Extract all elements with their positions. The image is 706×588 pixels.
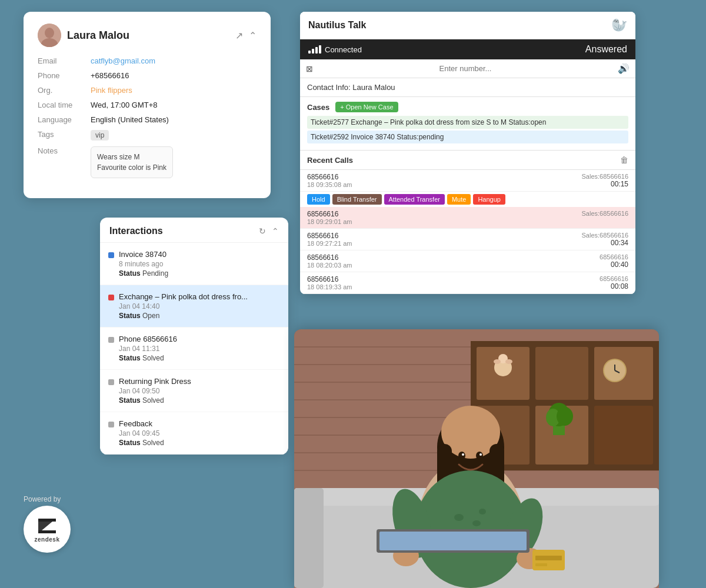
interaction-time-2: Jan 04 14:40 xyxy=(119,302,279,310)
phone-label: Phone xyxy=(38,71,91,80)
call-right-5: 68566616 00:08 xyxy=(600,275,628,290)
audio-icon[interactable]: 🔊 xyxy=(618,63,630,74)
case-row-1[interactable]: Ticket#2577 Exchange – Pink polka dot dr… xyxy=(307,116,628,129)
external-link-icon[interactable]: ↗ xyxy=(235,30,243,41)
call-dest-4: 68566616 xyxy=(600,253,628,260)
svg-point-22 xyxy=(494,359,501,364)
svg-point-27 xyxy=(557,407,573,426)
interaction-item-returning[interactable]: Returning Pink Dress Jan 04 09:50 Status… xyxy=(100,370,288,412)
call-number-3: 68566616 xyxy=(307,232,352,240)
nautilus-status-bar: Connected Answered xyxy=(300,39,635,59)
collapse-icon[interactable]: ⌃ xyxy=(249,30,257,41)
language-value: English (United States) xyxy=(91,115,169,124)
contact-info-text: Contact Info: Laura Malou xyxy=(307,83,395,92)
interaction-title-3: Phone 68566616 xyxy=(119,335,279,343)
attended-transfer-button[interactable]: Attended Transfer xyxy=(384,194,445,205)
call-left-active: 68566616 18 09:35:08 am xyxy=(307,173,352,188)
open-case-button[interactable]: + Open New Case xyxy=(335,102,398,112)
recent-calls-section: Recent Calls 🗑 68566616 18 09:35:08 am S… xyxy=(300,151,635,294)
interaction-status-5: Status Solved xyxy=(119,439,279,447)
contact-card: Laura Malou ↗ ⌃ Email catflyb@gmail.com … xyxy=(24,12,271,198)
call-right-3: Sales:68566616 00:34 xyxy=(581,232,628,247)
interaction-dot-gray-3 xyxy=(108,422,114,427)
interaction-item-phone[interactable]: Phone 68566616 Jan 04 11:31 Status Solve… xyxy=(100,328,288,370)
svg-rect-34 xyxy=(294,488,324,588)
interaction-item-invoice[interactable]: Invoice 38740 8 minutes ago Status Pendi… xyxy=(100,243,288,285)
svg-rect-62 xyxy=(38,530,56,533)
call-time-2: 18 09:29:01 am xyxy=(307,218,352,225)
call-time-4: 18 08:20:03 am xyxy=(307,262,352,269)
local-time-row: Local time Wed, 17:00 GMT+8 xyxy=(38,101,257,109)
org-label: Org. xyxy=(38,86,91,95)
svg-point-23 xyxy=(505,359,512,364)
interaction-title-2: Exchange – Pink polka dot dress fro... xyxy=(119,292,279,301)
trash-icon[interactable]: 🗑 xyxy=(620,155,628,165)
interaction-time-4: Jan 04 09:50 xyxy=(119,387,279,395)
interaction-item-exchange[interactable]: Exchange – Pink polka dot dress fro... J… xyxy=(100,285,288,328)
avatar xyxy=(38,24,61,47)
interaction-title-4: Returning Pink Dress xyxy=(119,377,279,386)
interaction-dot-blue xyxy=(108,252,114,258)
case-row-2[interactable]: Ticket#2592 Invoice 38740 Status:pending xyxy=(307,131,628,143)
interactions-header: Interactions ↻ ⌃ xyxy=(100,218,288,243)
recent-calls-label: Recent Calls xyxy=(307,156,353,165)
interaction-status-3: Status Solved xyxy=(119,354,279,362)
svg-rect-61 xyxy=(38,519,56,522)
call-left-4: 68566616 18 08:20:03 am xyxy=(307,253,352,269)
call-row-4[interactable]: 68566616 18 08:20:03 am 68566616 00:40 xyxy=(300,250,635,272)
close-icon[interactable]: ⌃ xyxy=(272,226,279,236)
recent-calls-header: Recent Calls 🗑 xyxy=(300,151,635,170)
call-right-4: 68566616 00:40 xyxy=(600,253,628,269)
call-left-missed: 68566616 18 09:29:01 am xyxy=(307,210,352,225)
svg-point-58 xyxy=(462,453,464,456)
call-row-active[interactable]: 68566616 18 09:35:08 am Sales:68566616 0… xyxy=(300,170,635,192)
call-time-5: 18 08:19:33 am xyxy=(307,283,352,290)
call-number-2: 68566616 xyxy=(307,210,352,218)
tag-vip[interactable]: vip xyxy=(91,130,109,141)
signal-bars-icon xyxy=(308,45,321,54)
notes-label: Notes xyxy=(38,146,91,178)
svg-point-42 xyxy=(454,514,464,521)
contact-header-icons: ↗ ⌃ xyxy=(235,30,257,41)
blind-transfer-button[interactable]: Blind Transfer xyxy=(332,194,382,205)
email-value[interactable]: catflyb@gmail.com xyxy=(91,56,155,65)
svg-rect-55 xyxy=(535,563,547,566)
svg-point-57 xyxy=(476,452,483,460)
interaction-title-1: Invoice 38740 xyxy=(119,250,279,259)
nautilus-title: Nautilus Talk xyxy=(308,20,366,31)
interaction-time-3: Jan 04 11:31 xyxy=(119,345,279,353)
svg-point-1 xyxy=(45,28,54,38)
zendesk-logo: zendesk xyxy=(35,516,60,543)
call-duration-3: 00:34 xyxy=(581,239,628,247)
case-ticket-2: Ticket#2592 xyxy=(311,133,349,141)
case-desc-1: Exchange – Pink polka dot dress from siz… xyxy=(351,118,508,126)
nautilus-panel: Nautilus Talk 🦭 Connected Answered ⊠ 🔊 C… xyxy=(300,12,635,294)
call-duration-4: 00:40 xyxy=(600,260,628,269)
call-row-5[interactable]: 68566616 18 08:19:33 am 68566616 00:08 xyxy=(300,272,635,294)
nautilus-input-row: ⊠ 🔊 xyxy=(300,59,635,78)
number-input[interactable] xyxy=(318,64,613,73)
hold-button[interactable]: Hold xyxy=(307,194,330,205)
call-row-missed[interactable]: 68566616 18 09:29:01 am Sales:68566616 xyxy=(300,207,635,229)
case-ticket-1: Ticket#2577 xyxy=(311,118,349,126)
cases-header: Cases + Open New Case xyxy=(307,102,628,112)
local-time-value: Wed, 17:00 GMT+8 xyxy=(91,101,158,109)
hangup-button[interactable]: Hangup xyxy=(473,194,505,205)
call-number-5: 68566616 xyxy=(307,275,352,283)
nautilus-logo-icon: 🦭 xyxy=(611,18,627,33)
interaction-item-feedback[interactable]: Feedback Jan 04 09:45 Status Solved xyxy=(100,412,288,455)
contact-info-bar: Contact Info: Laura Malou xyxy=(300,78,635,97)
interaction-time-5: Jan 04 09:45 xyxy=(119,429,279,437)
refresh-icon[interactable]: ↻ xyxy=(259,226,266,236)
org-value[interactable]: Pink flippers xyxy=(91,86,132,95)
zendesk-logo-container: zendesk xyxy=(24,506,71,553)
call-number-1: 68566616 xyxy=(307,173,352,181)
svg-rect-52 xyxy=(379,532,527,550)
case-desc-2: Invoice 38740 xyxy=(351,133,397,141)
call-row-3[interactable]: 68566616 18 09:27:21 am Sales:68566616 0… xyxy=(300,229,635,250)
mute-button[interactable]: Mute xyxy=(447,194,471,205)
svg-rect-19 xyxy=(594,406,653,465)
svg-point-43 xyxy=(472,520,481,526)
svg-point-56 xyxy=(458,452,465,460)
svg-rect-54 xyxy=(535,556,562,560)
